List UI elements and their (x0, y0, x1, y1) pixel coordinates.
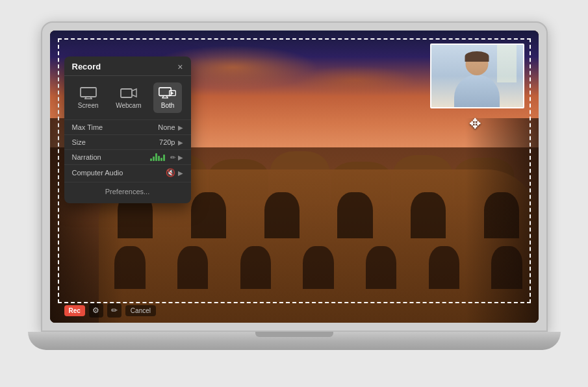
narration-bars (150, 153, 165, 161)
settings-button[interactable]: ⚙ (89, 303, 103, 318)
size-row[interactable]: Size 720p ▶ (64, 134, 191, 149)
laptop: ✥ Record × (28, 21, 561, 366)
screen-mode-label: Screen (78, 102, 99, 109)
laptop-base (28, 332, 561, 350)
pencil-icon: ✏ (111, 306, 118, 315)
max-time-label: Max Time (72, 123, 103, 131)
webcam-mode-label: Webcam (116, 102, 141, 109)
narration-edit-icon[interactable]: ✏ (170, 154, 175, 161)
bottom-toolbar: Rec ⚙ ✏ Cancel (64, 303, 157, 318)
bar-5 (160, 158, 162, 161)
svg-rect-4 (121, 89, 132, 97)
screen-icon (79, 86, 97, 99)
bar-1 (150, 158, 152, 161)
computer-audio-arrow: ▶ (178, 169, 183, 177)
rec-button[interactable]: Rec (64, 305, 85, 316)
right-shadow (465, 118, 539, 323)
cancel-button[interactable]: Cancel (125, 305, 156, 316)
both-mode-button[interactable]: Both (153, 82, 182, 113)
preferences-button[interactable]: Preferences... (105, 188, 149, 195)
narration-value: ✏ ▶ (150, 153, 183, 161)
mode-buttons: Screen Webcam (64, 76, 191, 118)
bar-4 (158, 156, 160, 161)
gear-icon: ⚙ (92, 306, 99, 315)
move-icon: ✥ (469, 116, 481, 132)
laptop-screen: ✥ Record × (50, 31, 539, 323)
close-button[interactable]: × (177, 62, 183, 71)
webcam-preview (430, 44, 524, 108)
computer-audio-row[interactable]: Computer Audio 🔇 ▶ (64, 164, 191, 181)
computer-audio-label: Computer Audio (72, 169, 123, 177)
dialog-title: Record (72, 62, 101, 71)
preferences-row: Preferences... (64, 182, 191, 198)
record-dialog: Record × Screen (64, 56, 191, 203)
screen-bezel: ✥ Record × (41, 21, 548, 332)
webcam-mode-button[interactable]: Webcam (110, 82, 146, 113)
computer-audio-value: 🔇 ▶ (166, 168, 183, 177)
max-time-row[interactable]: Max Time None ▶ (64, 119, 191, 134)
svg-rect-0 (81, 88, 96, 97)
dialog-header: Record × (64, 56, 191, 76)
size-arrow: ▶ (178, 139, 183, 146)
max-time-arrow: ▶ (178, 124, 183, 131)
bar-2 (153, 156, 155, 161)
both-mode-label: Both (161, 102, 175, 109)
svg-marker-5 (132, 89, 136, 97)
edit-button[interactable]: ✏ (107, 303, 121, 318)
size-label: Size (72, 138, 86, 146)
max-time-value: None ▶ (158, 123, 183, 131)
bar-6 (163, 155, 165, 161)
webcam-icon (120, 86, 138, 99)
narration-arrow: ▶ (178, 154, 183, 161)
svg-marker-11 (171, 92, 173, 94)
narration-label: Narration (72, 153, 101, 161)
bar-3 (155, 153, 157, 161)
size-value: 720p ▶ (159, 138, 183, 146)
settings-section: Max Time None ▶ Size 720p ▶ (64, 118, 191, 182)
both-icon (159, 86, 177, 99)
narration-row[interactable]: Narration ✏ ▶ (64, 149, 191, 164)
screen-mode-button[interactable]: Screen (73, 82, 104, 113)
laptop-notch (255, 332, 333, 337)
move-handle[interactable]: ✥ (465, 114, 485, 134)
audio-muted-icon: 🔇 (166, 168, 175, 177)
